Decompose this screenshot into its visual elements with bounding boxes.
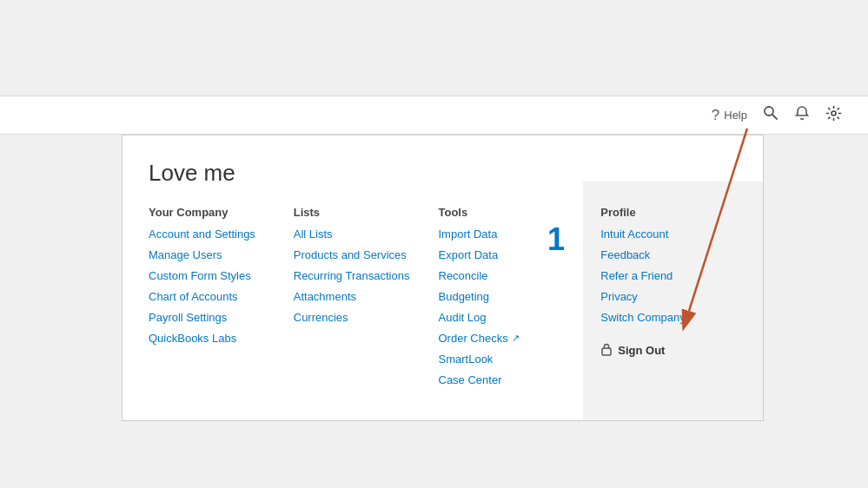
top-bar: ? Help [0,96,868,135]
help-label: Help [724,109,747,122]
svg-point-2 [832,111,836,115]
reconcile-link[interactable]: Reconcile [439,269,584,282]
main-dropdown-panel: Love me Your Company Account and Setting… [122,135,764,421]
budgeting-link[interactable]: Budgeting [439,290,584,303]
audit-log-link[interactable]: Audit Log [439,311,584,324]
sign-out-link[interactable]: Sign Out [618,344,665,357]
page-wrapper: ? Help [0,0,868,488]
annotation-badge: 1 [547,221,565,258]
svg-line-1 [772,115,777,119]
currencies-link[interactable]: Currencies [294,311,439,324]
refer-friend-link[interactable]: Refer a Friend [600,269,745,282]
profile-column: Profile Intuit Account Feedback Refer a … [583,181,763,420]
switch-company-link[interactable]: Switch Company [600,311,745,324]
notifications-button[interactable] [794,105,810,125]
svg-rect-3 [602,348,611,355]
external-link-icon: ↗ [512,333,520,344]
lists-header: Lists [294,206,439,219]
gear-icon [825,105,842,126]
payroll-settings-link[interactable]: Payroll Settings [149,311,294,324]
your-company-header: Your Company [149,206,294,219]
intuit-account-link[interactable]: Intuit Account [600,228,745,241]
tools-header: Tools [439,206,584,219]
recurring-transactions-link[interactable]: Recurring Transactions [294,269,439,282]
custom-form-styles-link[interactable]: Custom Form Styles [149,269,294,282]
account-settings-link[interactable]: Account and Settings [149,228,294,241]
help-icon: ? [712,107,719,124]
settings-button[interactable] [825,105,842,126]
products-services-link[interactable]: Products and Services [294,248,439,261]
all-lists-link[interactable]: All Lists [294,228,439,241]
manage-users-link[interactable]: Manage Users [149,248,294,261]
your-company-column: Your Company Account and Settings Manage… [149,206,294,394]
profile-header: Profile [600,206,745,219]
search-button[interactable] [763,105,779,125]
attachments-link[interactable]: Attachments [294,290,439,303]
chart-of-accounts-link[interactable]: Chart of Accounts [149,290,294,303]
feedback-link[interactable]: Feedback [600,248,745,261]
help-button[interactable]: ? Help [712,107,747,124]
search-icon [763,105,779,125]
quickbooks-labs-link[interactable]: QuickBooks Labs [149,332,294,345]
smartlook-link[interactable]: SmartLook [439,353,584,366]
menu-columns: Your Company Account and Settings Manage… [149,206,737,394]
lock-icon [600,342,613,359]
sign-out-row[interactable]: Sign Out [600,342,745,359]
lists-column: Lists All Lists Products and Services Re… [294,206,439,394]
bell-icon [794,105,810,125]
privacy-link[interactable]: Privacy [600,290,745,303]
order-checks-link[interactable]: Order Checks ↗ [439,332,584,345]
case-center-link[interactable]: Case Center [439,373,584,386]
